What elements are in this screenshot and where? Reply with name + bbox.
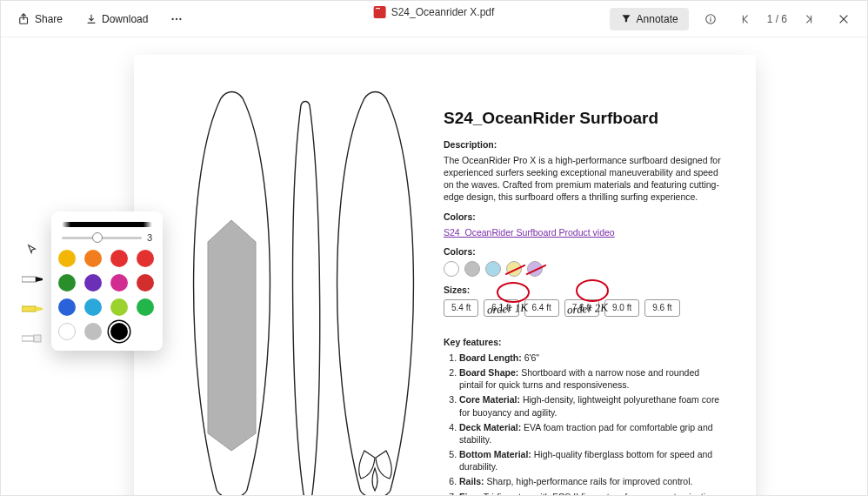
feature-item: Core Material: High-density, lightweight… bbox=[459, 393, 725, 418]
doc-title: S24_OceanRider Surfboard bbox=[444, 107, 725, 130]
ink-circle-7-6[interactable] bbox=[576, 279, 609, 302]
annotation-tool-rail bbox=[18, 239, 46, 349]
file-name: S24_Oceanrider X.pdf bbox=[391, 6, 495, 18]
pen-color-swatch[interactable] bbox=[58, 250, 76, 267]
slider-thumb[interactable] bbox=[92, 232, 103, 243]
ink-note-order2k[interactable]: order 2K bbox=[566, 300, 608, 317]
features-list: Board Length: 6'6"Board Shape: Shortboar… bbox=[444, 352, 725, 495]
annotate-label: Annotate bbox=[637, 13, 678, 25]
pen-color-swatch[interactable] bbox=[84, 274, 102, 292]
pen-color-swatch[interactable] bbox=[137, 298, 154, 316]
filter-icon bbox=[620, 13, 632, 25]
pen-color-swatch[interactable] bbox=[58, 298, 76, 316]
keyfeatures-heading: Key features: bbox=[444, 336, 725, 348]
color-swatch bbox=[485, 261, 501, 277]
annotate-button[interactable]: Annotate bbox=[610, 8, 689, 30]
pen-color-swatch[interactable] bbox=[84, 298, 102, 316]
svg-point-1 bbox=[172, 17, 174, 19]
download-icon bbox=[85, 13, 97, 25]
prev-icon bbox=[739, 13, 751, 25]
document-content: S24_OceanRider Surfboard Description: Th… bbox=[444, 107, 725, 495]
color-swatch bbox=[444, 261, 459, 277]
product-video-link[interactable]: S24_OceanRider Surfboard Product video bbox=[444, 227, 615, 238]
colors2-heading: Colors: bbox=[444, 245, 725, 258]
colors-heading: Colors: bbox=[444, 211, 725, 223]
prev-page-button[interactable] bbox=[732, 9, 758, 30]
pen-options-panel: 3 bbox=[51, 211, 163, 351]
description-heading: Description: bbox=[444, 138, 725, 151]
next-page-button[interactable] bbox=[796, 9, 822, 30]
pen-color-swatch[interactable] bbox=[110, 323, 128, 340]
surfboard-illustration bbox=[169, 90, 430, 495]
feature-item: Board Shape: Shortboard with a narrow no… bbox=[459, 366, 725, 391]
stroke-preview bbox=[62, 222, 152, 227]
pen-color-swatch[interactable] bbox=[110, 274, 128, 292]
pen-color-swatch[interactable] bbox=[110, 250, 128, 267]
svg-rect-7 bbox=[22, 306, 36, 312]
pen-color-swatch[interactable] bbox=[58, 323, 76, 340]
info-icon bbox=[704, 13, 717, 25]
feature-item: Bottom Material: High-quality fiberglass… bbox=[459, 448, 725, 473]
ink-note-order1k[interactable]: order 1K bbox=[486, 300, 528, 317]
file-title: S24_Oceanrider X.pdf bbox=[374, 6, 495, 18]
page-indicator: 1 / 6 bbox=[767, 13, 787, 25]
size-chip: 9.0 ft bbox=[604, 299, 639, 317]
close-icon bbox=[838, 13, 850, 25]
pen-color-swatch[interactable] bbox=[84, 323, 102, 340]
pdf-page: S24_OceanRider Surfboard Description: Th… bbox=[134, 55, 756, 495]
svg-rect-5 bbox=[22, 277, 36, 282]
thickness-slider[interactable] bbox=[62, 237, 142, 239]
color-swatches bbox=[444, 261, 725, 277]
pen-color-swatch[interactable] bbox=[84, 250, 102, 267]
feature-item: Fins: Tri-fin setup with FCS II fin syst… bbox=[459, 491, 725, 495]
download-label: Download bbox=[102, 13, 148, 25]
share-button[interactable]: Share bbox=[11, 9, 70, 30]
feature-item: Board Length: 6'6" bbox=[459, 352, 725, 364]
svg-rect-9 bbox=[22, 336, 34, 341]
pen-color-swatch[interactable] bbox=[137, 250, 154, 267]
eraser-tool[interactable] bbox=[21, 328, 43, 349]
pdf-icon bbox=[374, 6, 386, 18]
next-icon bbox=[803, 13, 815, 25]
info-button[interactable] bbox=[698, 9, 724, 30]
color-grid bbox=[62, 250, 152, 340]
marker-yellow-tool[interactable] bbox=[21, 298, 43, 319]
feature-item: Rails: Sharp, high-performance rails for… bbox=[459, 475, 725, 487]
marker-black-tool[interactable] bbox=[21, 269, 43, 290]
pen-color-swatch[interactable] bbox=[58, 274, 76, 292]
thickness-value: 3 bbox=[147, 232, 152, 243]
color-swatch bbox=[527, 261, 543, 277]
feature-item: Deck Material: EVA foam traction pad for… bbox=[459, 421, 725, 446]
size-chip: 5.4 ft bbox=[444, 299, 478, 317]
more-button[interactable] bbox=[164, 9, 190, 30]
svg-marker-6 bbox=[36, 277, 43, 282]
pen-color-swatch[interactable] bbox=[110, 298, 128, 316]
size-chip: 9.6 ft bbox=[644, 299, 679, 317]
color-swatch bbox=[464, 261, 480, 277]
share-icon bbox=[18, 13, 30, 25]
description-text: The OceanRider Pro X is a high-performan… bbox=[444, 154, 725, 204]
share-label: Share bbox=[35, 13, 63, 25]
svg-point-2 bbox=[176, 17, 177, 19]
color-swatch bbox=[506, 261, 522, 277]
svg-marker-8 bbox=[36, 306, 43, 312]
cursor-tool[interactable] bbox=[21, 239, 43, 260]
svg-rect-10 bbox=[34, 335, 41, 342]
ink-circle-6-1[interactable] bbox=[497, 282, 530, 303]
close-button[interactable] bbox=[831, 9, 857, 30]
pen-color-swatch[interactable] bbox=[137, 274, 154, 292]
download-button[interactable]: Download bbox=[78, 9, 155, 30]
size-chip: 6.4 ft bbox=[524, 299, 559, 317]
more-icon bbox=[170, 13, 183, 25]
svg-point-3 bbox=[180, 17, 182, 19]
